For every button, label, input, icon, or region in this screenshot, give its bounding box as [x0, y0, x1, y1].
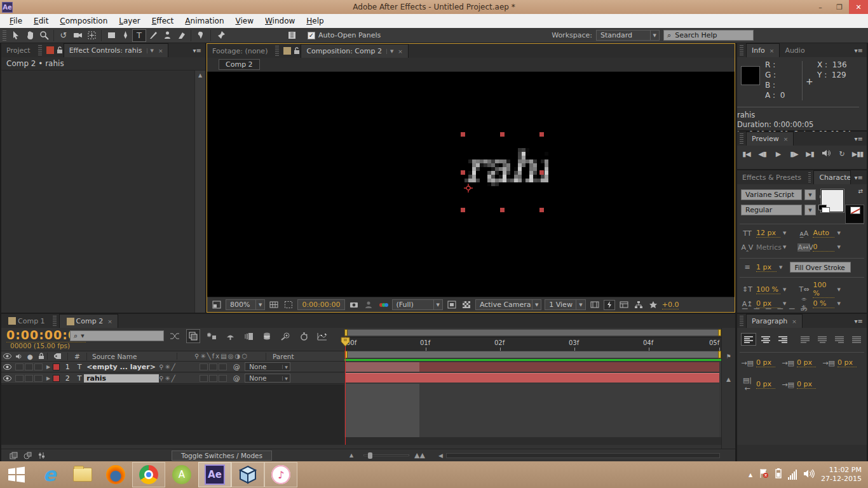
panel-drag-handle[interactable]	[275, 46, 279, 56]
switch-cell[interactable]	[209, 363, 217, 370]
baseline-shift-value[interactable]: 0 px	[756, 299, 780, 308]
track-area[interactable]	[344, 361, 721, 445]
menu-animation[interactable]: Animation	[179, 15, 229, 27]
tab-comp1[interactable]: Comp 1	[1, 314, 50, 328]
exposure-value[interactable]: +0.0	[662, 301, 679, 309]
space-after-value[interactable]: 0 px	[837, 358, 857, 367]
view-layout-dropdown[interactable]: 1 View ▼	[545, 299, 585, 310]
motion-blur-icon[interactable]	[241, 329, 255, 343]
font-style-dropdown[interactable]: Regular	[741, 205, 802, 215]
menu-layer[interactable]: Layer	[113, 15, 146, 27]
play-button[interactable]: ▶	[771, 150, 785, 158]
audio-icon[interactable]	[13, 353, 24, 360]
solo-cell[interactable]	[25, 375, 33, 382]
pixelated-text-layer[interactable]	[465, 137, 548, 198]
anchor-point-icon[interactable]	[464, 183, 473, 192]
taskbar-itunes-icon[interactable]: ♪	[264, 462, 297, 487]
taskbar-android-studio-icon[interactable]: A	[165, 462, 198, 487]
auto-keyframe-icon[interactable]	[297, 329, 311, 343]
panel-menu-icon[interactable]: ▾≡	[851, 135, 867, 142]
lock-icon[interactable]	[293, 45, 301, 57]
first-line-indent-value[interactable]: 0 px	[797, 380, 816, 389]
magnification-dropdown[interactable]: 800% ▼	[226, 299, 265, 310]
first-frame-button[interactable]: ▮◀	[740, 150, 753, 158]
mask-shape-tool-icon[interactable]	[104, 29, 118, 42]
panel-drag-handle[interactable]	[38, 45, 42, 55]
layer-visibility-eye-icon[interactable]	[1, 364, 13, 370]
justify-last-right-button[interactable]	[832, 333, 847, 346]
parent-dropdown[interactable]: None ▼	[245, 362, 290, 371]
selection-handle[interactable]	[461, 208, 465, 212]
frame-blending-icon[interactable]	[223, 329, 237, 343]
selection-handle[interactable]	[461, 132, 465, 137]
tab-character[interactable]: Character	[813, 170, 850, 184]
brainstorm-icon[interactable]	[278, 329, 292, 343]
font-family-arrow[interactable]: ▼	[804, 189, 816, 200]
tab-project[interactable]: Project	[1, 43, 36, 57]
align-left-button[interactable]	[741, 333, 756, 346]
chevron-down-icon[interactable]: ▼	[783, 301, 786, 306]
comp-timecode[interactable]: 0:00:00:00	[297, 299, 344, 310]
next-frame-button[interactable]: ▮▶	[787, 150, 801, 158]
taskbar-file-explorer-icon[interactable]	[66, 462, 99, 487]
indent-right-value[interactable]: 0 px	[756, 380, 775, 389]
panel-book-icon[interactable]	[285, 29, 299, 42]
selection-handle[interactable]	[539, 208, 544, 212]
network-signal-icon[interactable]	[788, 470, 797, 480]
layer-switches[interactable]: ⚲✳╱	[159, 375, 200, 382]
tab-footage[interactable]: Footage: (none)	[207, 44, 273, 58]
audio-mute-button[interactable]	[819, 149, 832, 159]
switch-cell[interactable]	[219, 375, 227, 382]
timeline-search-input[interactable]: ⌕ ▼	[70, 330, 164, 341]
panel-drag-handle[interactable]	[740, 45, 743, 55]
show-channel-icon[interactable]	[377, 300, 389, 310]
menu-window[interactable]: Window	[259, 15, 301, 27]
time-navigator[interactable]	[344, 329, 721, 336]
tab-paragraph[interactable]: Paragraph×	[746, 314, 803, 328]
expand-arrow-icon[interactable]: ▶	[46, 364, 50, 370]
type-tool-icon[interactable]: T	[132, 29, 146, 42]
source-name-column-header[interactable]: Source Name	[86, 353, 177, 360]
pin-tool-icon[interactable]	[214, 29, 227, 42]
layer-label-color[interactable]	[53, 363, 60, 370]
expand-layer-pane-icon[interactable]	[6, 449, 20, 463]
taskbar-clock[interactable]: 11:02 PM 27-12-2015	[821, 466, 865, 484]
lock-cell[interactable]	[34, 375, 43, 382]
mini-flowchart-icon[interactable]	[168, 329, 182, 343]
brainstorm-coins-icon[interactable]	[260, 329, 274, 343]
auto-open-panels-checkbox[interactable]: ✓	[308, 32, 315, 39]
close-button[interactable]: ✕	[849, 0, 868, 14]
chevron-down-icon[interactable]: ▼	[837, 231, 840, 236]
menu-composition[interactable]: Composition	[54, 15, 113, 27]
chevron-down-icon[interactable]: ▼	[837, 245, 840, 250]
audio-cell[interactable]	[15, 363, 24, 370]
always-preview-icon[interactable]	[211, 300, 222, 310]
chevron-down-icon[interactable]: ▼	[386, 49, 393, 54]
pan-behind-tool-icon[interactable]	[85, 29, 98, 42]
selection-handle[interactable]	[461, 170, 465, 175]
tray-expand-icon[interactable]: ▲	[749, 472, 752, 478]
no-fill-icon[interactable]	[850, 207, 860, 214]
switch-cell[interactable]	[200, 375, 208, 382]
switch-cell[interactable]	[209, 375, 217, 382]
volume-icon[interactable]	[803, 469, 815, 481]
layer2-bar-selected[interactable]	[345, 373, 719, 383]
time-ruler[interactable]: 00f 01f 02f 03f 04f 05f	[344, 337, 721, 351]
chevron-down-icon[interactable]: ▼	[837, 301, 840, 306]
justify-all-button[interactable]	[849, 333, 864, 346]
parent-pickwhip-icon[interactable]: @	[228, 374, 245, 383]
toolbar-drag-handle[interactable]	[3, 30, 6, 41]
camera-tool-icon[interactable]	[71, 29, 85, 42]
menu-help[interactable]: Help	[301, 15, 329, 27]
panel-drag-handle[interactable]	[740, 316, 743, 326]
workspace-dropdown[interactable]: Standard ▼	[596, 30, 660, 41]
scroll-left-icon[interactable]: ◀	[438, 452, 443, 459]
taskbar-firefox-icon[interactable]	[99, 462, 132, 487]
parent-column-header[interactable]: Parent	[266, 353, 342, 360]
taskbar-internet-explorer-icon[interactable]: e	[33, 462, 66, 487]
scroll-up-icon[interactable]: ▲	[195, 71, 205, 78]
selection-handle[interactable]	[539, 170, 544, 175]
menu-effect[interactable]: Effect	[146, 15, 180, 27]
selection-handle[interactable]	[539, 132, 544, 137]
puppet-pin-tool-icon[interactable]	[194, 29, 208, 42]
